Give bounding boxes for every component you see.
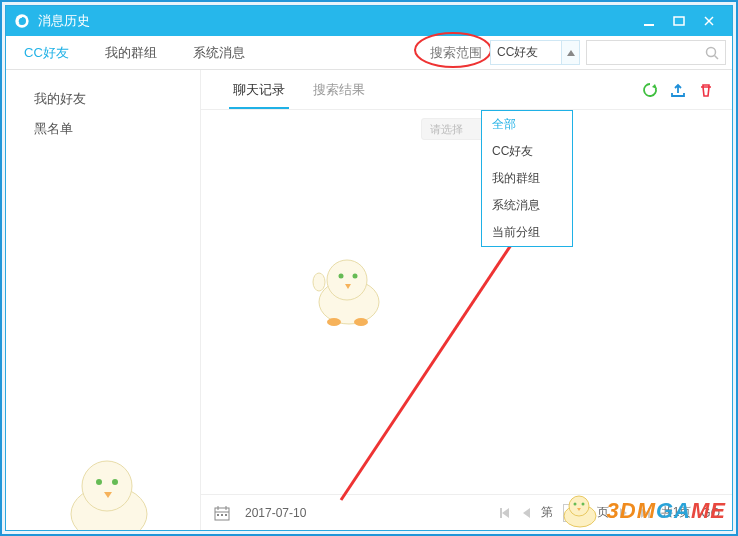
svg-point-12 [339, 274, 344, 279]
delete-button[interactable] [698, 82, 714, 98]
mascot-icon [301, 240, 391, 330]
body: 我的好友 黑名单 聊天记录 搜索结果 请选择 全部 C [6, 70, 732, 530]
content-area: 请选择 全部 CC好友 我的群组 系统消息 当前分组 [201, 110, 732, 494]
svg-marker-35 [620, 508, 627, 518]
subtab-chat-log[interactable]: 聊天记录 [219, 70, 299, 109]
svg-rect-29 [217, 514, 219, 516]
dropdown-arrow-icon[interactable] [561, 41, 579, 64]
svg-point-11 [327, 260, 367, 300]
page-total: 共1页 [661, 504, 692, 521]
mascot-icon-2 [51, 440, 161, 530]
last-page-button[interactable] [639, 507, 651, 519]
refresh-button[interactable] [642, 82, 658, 98]
svg-rect-30 [221, 514, 223, 516]
titlebar: 消息历史 [6, 6, 732, 36]
go-button[interactable]: GO [701, 506, 720, 520]
tab-cc-friends[interactable]: CC好友 [6, 36, 87, 69]
svg-marker-9 [652, 84, 657, 89]
dropdown-option-groups[interactable]: 我的群组 [482, 165, 572, 192]
svg-point-16 [327, 318, 341, 326]
first-page-button[interactable] [499, 507, 511, 519]
app-window: 消息历史 CC好友 我的群组 系统消息 搜索范围 CC好友 我的好友 黑名单 [5, 5, 733, 531]
svg-rect-31 [225, 514, 227, 516]
search-scope-select[interactable]: CC好友 [490, 40, 580, 65]
mascot-icon-3 [556, 492, 602, 528]
app-logo-icon [14, 13, 30, 29]
close-button[interactable] [694, 6, 724, 36]
svg-point-7 [707, 47, 716, 56]
svg-marker-6 [567, 50, 575, 56]
search-icon [705, 46, 719, 60]
svg-marker-36 [641, 508, 648, 518]
footer-bar: 2017-07-10 第 页 共1页 GO [201, 494, 732, 530]
svg-point-13 [353, 274, 358, 279]
svg-rect-33 [500, 508, 502, 518]
tab-my-groups[interactable]: 我的群组 [87, 36, 175, 69]
svg-point-19 [82, 461, 132, 511]
svg-rect-3 [674, 17, 684, 25]
main-toolbar: CC好友 我的群组 系统消息 搜索范围 CC好友 [6, 36, 732, 70]
svg-marker-32 [502, 508, 509, 518]
minimize-button[interactable] [634, 6, 664, 36]
svg-point-41 [582, 503, 585, 506]
svg-marker-34 [523, 508, 530, 518]
svg-point-20 [96, 479, 102, 485]
main-panel: 聊天记录 搜索结果 请选择 全部 CC好友 我的群组 系统消息 [201, 70, 732, 530]
page-prefix: 第 [541, 504, 553, 521]
next-page-button[interactable] [619, 507, 629, 519]
export-button[interactable] [670, 82, 686, 98]
search-scope-label: 搜索范围 [422, 36, 490, 69]
svg-point-40 [574, 503, 577, 506]
svg-point-17 [354, 318, 368, 326]
tab-system-msg[interactable]: 系统消息 [175, 36, 263, 69]
search-input[interactable] [586, 40, 726, 65]
svg-point-39 [569, 496, 589, 516]
dropdown-option-sysmsg[interactable]: 系统消息 [482, 192, 572, 219]
footer-date: 2017-07-10 [245, 506, 306, 520]
subtab-search-results[interactable]: 搜索结果 [299, 70, 379, 109]
maximize-button[interactable] [664, 6, 694, 36]
sidebar-item-friends[interactable]: 我的好友 [34, 84, 200, 114]
window-title: 消息历史 [38, 12, 90, 30]
dropdown-option-all[interactable]: 全部 [482, 111, 572, 138]
svg-point-21 [112, 479, 118, 485]
svg-rect-37 [648, 508, 650, 518]
dropdown-option-ccfriends[interactable]: CC好友 [482, 138, 572, 165]
dropdown-option-currentgroup[interactable]: 当前分组 [482, 219, 572, 246]
calendar-icon[interactable] [213, 504, 231, 522]
prev-page-button[interactable] [521, 507, 531, 519]
sidebar-item-blacklist[interactable]: 黑名单 [34, 114, 200, 144]
svg-line-8 [715, 55, 719, 59]
subtabs: 聊天记录 搜索结果 [201, 70, 732, 110]
scope-dropdown-list: 全部 CC好友 我的群组 系统消息 当前分组 [481, 110, 573, 247]
svg-point-15 [313, 273, 325, 291]
